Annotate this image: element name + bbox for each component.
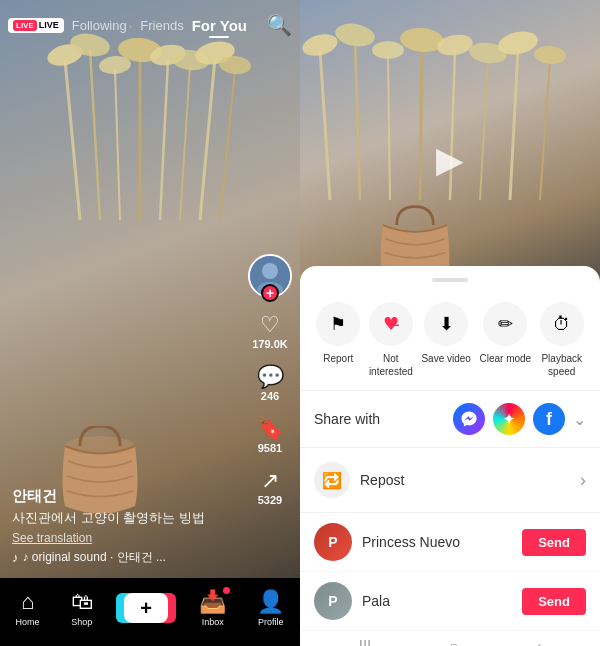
comment-icon: 💬 (257, 366, 284, 388)
inbox-nav-item[interactable]: 📥 Inbox (199, 589, 226, 627)
creator-username[interactable]: 안태건 (12, 487, 240, 506)
svg-line-2 (115, 70, 120, 220)
shop-icon: 🛍 (71, 589, 93, 615)
svg-line-20 (320, 50, 330, 200)
comment-count: 246 (261, 390, 279, 402)
nav-friends[interactable]: Friends (140, 18, 183, 33)
follow-button[interactable]: + (261, 284, 279, 302)
svg-line-21 (355, 40, 360, 200)
not-interested-label: Notinterested (369, 352, 413, 378)
home-nav-item[interactable]: ⌂ Home (16, 589, 40, 627)
music-label: ♪ original sound · 안태건 ... (23, 549, 166, 566)
system-nav-bar-right: ||| ○ ‹ (300, 631, 600, 646)
svg-line-7 (220, 70, 235, 220)
messenger-share-icon[interactable] (453, 403, 485, 435)
playback-speed-label: Playbackspeed (541, 352, 582, 378)
clear-mode-action[interactable]: ✏ Clear mode (479, 302, 531, 378)
svg-line-4 (160, 60, 168, 220)
bookmark-count: 9581 (258, 442, 282, 454)
profile-nav-item[interactable]: 👤 Profile (257, 589, 284, 627)
home-label: Home (16, 617, 40, 627)
clear-mode-icon: ✏ (483, 302, 527, 346)
create-nav-item[interactable]: + (124, 593, 168, 623)
heart-icon: ♡ (260, 314, 280, 336)
action-icons-row: ⚑ Report ♥̶ Notinterested ⬇ Save video ✏… (300, 294, 600, 391)
comment-button[interactable]: 💬 246 (257, 366, 284, 402)
profile-icon: 👤 (257, 589, 284, 615)
svg-point-18 (262, 263, 278, 279)
not-interested-action[interactable]: ♥̶ Notinterested (369, 302, 413, 378)
search-icon[interactable]: 🔍 (267, 13, 292, 37)
contact-info-pala: P Pala (314, 582, 390, 620)
facebook-share-icon[interactable]: f (533, 403, 565, 435)
bottom-navigation: ⌂ Home 🛍 Shop + 📥 Inbox 👤 Profile (0, 578, 300, 646)
nav-following[interactable]: Following (72, 18, 127, 33)
contact-name-pala: Pala (362, 593, 390, 609)
share-with-label: Share with (314, 411, 380, 427)
svg-line-25 (480, 58, 488, 200)
save-video-action[interactable]: ⬇ Save video (421, 302, 470, 378)
see-translation-link[interactable]: See translation (12, 531, 240, 545)
contact-name-princess: Princess Nuevo (362, 534, 460, 550)
nav-lines-icon: ||| (359, 638, 371, 646)
contact-row-princess: P Princess Nuevo Send (300, 513, 600, 572)
clear-mode-label: Clear mode (479, 352, 531, 365)
bookmark-icon: 🔖 (257, 418, 284, 440)
svg-line-27 (540, 60, 550, 200)
home-icon: ⌂ (21, 589, 34, 615)
svg-line-22 (388, 55, 390, 200)
nav-back-icon: ‹ (536, 638, 541, 646)
save-video-icon: ⬇ (424, 302, 468, 346)
live-badge[interactable]: LIVE LIVE (8, 18, 64, 33)
add-plus-icon: + (140, 597, 152, 620)
top-navigation: LIVE LIVE Following · Friends For You 🔍 (0, 0, 300, 50)
report-label: Report (323, 352, 353, 365)
nav-dot1: · (129, 18, 133, 33)
share-with-row: Share with ✦ f ⌄ (300, 391, 600, 448)
tiktok-share-icon[interactable]: ✦ (493, 403, 525, 435)
left-video-panel: LIVE LIVE Following · Friends For You 🔍 … (0, 0, 300, 646)
share-button[interactable]: ↗ 5329 (258, 470, 282, 506)
live-text: LIVE (13, 20, 37, 31)
video-description: 사진관에서 고양이 촬영하는 빙법 (12, 509, 240, 527)
profile-label: Profile (258, 617, 284, 627)
contact-avatar-princess: P (314, 523, 352, 561)
share-count: 5329 (258, 494, 282, 506)
playback-speed-icon: ⏱ (540, 302, 584, 346)
playback-speed-action[interactable]: ⏱ Playbackspeed (540, 302, 584, 378)
svg-line-1 (90, 50, 100, 220)
live-word: LIVE (39, 20, 59, 30)
more-share-options-icon[interactable]: ⌄ (573, 410, 586, 429)
shop-label: Shop (71, 617, 92, 627)
create-button[interactable]: + (124, 593, 168, 623)
video-action-icons: + ♡ 179.0K 💬 246 🔖 9581 ↗ 5329 (248, 254, 292, 506)
svg-line-0 (65, 60, 80, 220)
share-bottom-sheet: ⚑ Report ♥̶ Notinterested ⬇ Save video ✏… (300, 266, 600, 646)
contact-row-pala: P Pala Send (300, 572, 600, 631)
svg-point-30 (372, 41, 404, 59)
report-icon: ⚑ (316, 302, 360, 346)
creator-avatar[interactable]: + (248, 254, 292, 298)
nav-home-circle-icon: ○ (449, 638, 459, 646)
share-icon: ↗ (261, 470, 279, 492)
save-video-label: Save video (421, 352, 470, 365)
svg-point-29 (333, 21, 376, 50)
repost-row[interactable]: 🔁 Repost › (300, 448, 600, 513)
right-video-panel: ▶ ⚑ Report ♥̶ Notinterested ⬇ Save video… (300, 0, 600, 646)
nav-for-you[interactable]: For You (192, 17, 247, 34)
send-button-pala[interactable]: Send (522, 588, 586, 615)
like-button[interactable]: ♡ 179.0K (252, 314, 287, 350)
contact-info-princess: P Princess Nuevo (314, 523, 460, 561)
repost-chevron-icon: › (580, 470, 586, 491)
report-action[interactable]: ⚑ Report (316, 302, 360, 378)
music-note-icon: ♪ (12, 550, 19, 565)
send-button-princess[interactable]: Send (522, 529, 586, 556)
repost-left-content: 🔁 Repost (314, 462, 404, 498)
music-info[interactable]: ♪ ♪ original sound · 안태건 ... (12, 549, 240, 566)
play-button[interactable]: ▶ (436, 139, 464, 181)
nav-left-group: LIVE LIVE Following · Friends For You (8, 17, 247, 34)
shop-nav-item[interactable]: 🛍 Shop (71, 589, 93, 627)
repost-label: Repost (360, 472, 404, 488)
bookmark-button[interactable]: 🔖 9581 (257, 418, 284, 454)
share-app-icons: ✦ f ⌄ (453, 403, 586, 435)
